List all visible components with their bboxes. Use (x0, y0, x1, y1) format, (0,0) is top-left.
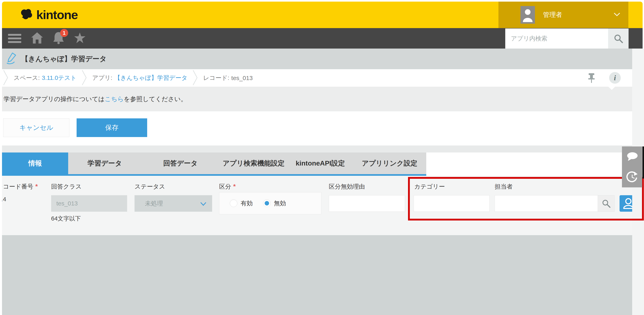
field-answer-class: 回答クラス 64文字以下 (51, 176, 127, 235)
notification-badge: 1 (60, 29, 68, 37)
notice-text-after: を参照してください。 (124, 96, 187, 103)
chevron-right-icon (3, 70, 8, 86)
scrollbar-strip (642, 146, 644, 179)
radio-unselected-icon[interactable] (230, 199, 238, 207)
left-margin (0, 0, 2, 315)
chevron-down-icon (614, 13, 620, 17)
notice-link[interactable]: こちら (105, 96, 124, 103)
chevron-down-icon (200, 201, 206, 208)
breadcrumb: スペース: 3.11.0テスト アプリ: 【きんちゃぼ】学習データ レコード: … (2, 69, 632, 87)
field-kubun-reason: 区分無効理由 (329, 176, 405, 235)
pin-icon[interactable] (588, 73, 596, 84)
tab-gap-band (2, 145, 632, 152)
top-margin (0, 0, 644, 2)
action-bar: キャンセル 保存 (2, 111, 632, 145)
radio-yuko[interactable]: 有効 (230, 199, 253, 207)
info-tooltip-notch (608, 87, 615, 90)
user-menu[interactable]: 管理者 (498, 2, 628, 28)
home-icon[interactable] (31, 32, 43, 45)
kintone-logo[interactable]: kintone (19, 8, 78, 22)
comments-icon[interactable] (622, 146, 642, 167)
logo-cloud-icon (19, 8, 34, 22)
breadcrumb-space-link[interactable]: 3.11.0テスト (42, 74, 76, 82)
tab-app-search-settings[interactable]: アプリ検索機能設定 (220, 152, 288, 174)
status-select: 未処理 (134, 195, 212, 212)
radio-muko[interactable]: 無効 (263, 199, 286, 207)
user-avatar-icon (520, 6, 535, 24)
chevron-right-icon (82, 70, 87, 86)
required-asterisk: * (35, 183, 38, 190)
breadcrumb-space[interactable]: スペース: 3.11.0テスト (14, 74, 76, 82)
app-search (505, 29, 608, 49)
kubun-reason-input[interactable] (329, 195, 405, 212)
search-input[interactable] (510, 35, 600, 42)
field-kubun: 区分* 有効 無効 (219, 176, 322, 235)
user-name: 管理者 (543, 11, 562, 19)
tab-kaito-data[interactable]: 回答データ (141, 152, 220, 174)
tab-bar: 情報 学習データ 回答データ アプリ検索機能設定 kintoneAPI設定 アプ… (2, 152, 426, 174)
field-status: ステータス 未処理 (134, 176, 212, 235)
page-title: 【きんちゃぼ】学習データ (21, 54, 107, 64)
favorites-icon[interactable] (74, 32, 86, 45)
breadcrumb-app-link[interactable]: 【きんちゃぼ】学習データ (114, 74, 188, 82)
tab-app-link-settings[interactable]: アプリリンク設定 (353, 152, 426, 174)
record-number-value: .4 (2, 196, 6, 203)
breadcrumb-app[interactable]: アプリ: 【きんちゃぼ】学習データ (92, 74, 188, 82)
cancel-button[interactable]: キャンセル (3, 118, 69, 137)
highlight-annotation-rect (408, 177, 644, 220)
info-icon[interactable]: i (609, 72, 621, 84)
tab-active-underline (2, 174, 426, 176)
tab-gakushu-data[interactable]: 学習データ (68, 152, 141, 174)
edit-pen-icon (6, 52, 18, 66)
field-record-number: レコード番号* .4 (2, 176, 53, 235)
logo-text: kintone (36, 8, 78, 22)
answer-class-hint: 64文字以下 (51, 215, 81, 223)
notice-text-before: 学習データアプリの操作については (4, 96, 105, 103)
page-bottom-background (2, 235, 632, 315)
notice-bar: 学習データアプリの操作についてはこちらを参照してください。 (2, 87, 632, 111)
breadcrumb-record: レコード: tes_013 (203, 74, 253, 82)
tab-kintone-api-settings[interactable]: kintoneAPI設定 (288, 152, 353, 174)
app-title-bar: 【きんちゃぼ】学習データ (2, 49, 632, 69)
right-margin (642, 0, 644, 49)
answer-class-input (51, 195, 127, 212)
menu-icon[interactable] (8, 32, 21, 45)
history-icon[interactable] (622, 167, 642, 187)
tab-joho[interactable]: 情報 (2, 152, 68, 174)
radio-selected-icon[interactable] (263, 199, 271, 207)
kubun-radio-group: 有効 無効 (219, 192, 322, 214)
search-icon[interactable] (608, 29, 628, 49)
record-side-rail (622, 146, 642, 187)
notifications-icon[interactable]: 1 (53, 32, 64, 45)
required-asterisk: * (233, 183, 236, 190)
save-button[interactable]: 保存 (76, 118, 147, 137)
chevron-right-icon (193, 70, 198, 86)
